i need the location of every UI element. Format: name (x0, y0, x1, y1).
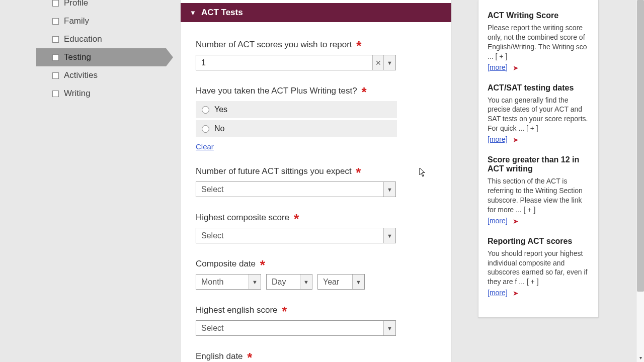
select-composite-year[interactable]: Year ▼ (317, 274, 365, 290)
checkbox-icon (52, 0, 59, 7)
field-label: Number of ACT scores you wish to report … (196, 35, 436, 51)
required-star-icon: * (294, 211, 299, 226)
select-num-act-scores[interactable]: 1 ✕ ▼ (196, 55, 396, 70)
chevron-down-icon[interactable]: ▼ (383, 321, 395, 335)
field-label: Highest composite score * (196, 208, 436, 224)
sidebar-item-label: Writing (64, 88, 91, 99)
select-value: Year (318, 278, 352, 287)
sidebar-item-profile[interactable]: Profile (36, 0, 166, 12)
main-form-panel: ▼ ACT Tests Number of ACT scores you wis… (180, 0, 452, 362)
chevron-down-icon[interactable]: ▼ (352, 275, 364, 289)
required-star-icon: * (361, 84, 366, 100)
sidebar-item-education[interactable]: Education (36, 30, 166, 48)
field-label: Composite date * (196, 254, 436, 270)
select-highest-english[interactable]: Select ▼ (196, 320, 396, 336)
select-future-sittings[interactable]: Select ▼ (196, 182, 396, 197)
field-highest-composite: Highest composite score * Select ▼ (196, 208, 436, 243)
section-title: ACT Tests (201, 8, 243, 18)
required-star-icon: * (247, 350, 252, 362)
help-item-title: Score greater than 12 in ACT writing (488, 155, 589, 173)
sidebar: Profile Family Education Testing Activit… (36, 0, 166, 103)
field-english-date: English date * Month ▼ Day ▼ Year ▼ (196, 347, 436, 362)
checkbox-icon (52, 36, 59, 43)
checkbox-icon (52, 54, 59, 61)
radio-label: No (214, 124, 224, 133)
sidebar-item-writing[interactable]: Writing (36, 84, 166, 103)
clear-x-icon[interactable]: ✕ (372, 55, 383, 70)
field-composite-date: Composite date * Month ▼ Day ▼ Year ▼ (196, 254, 436, 290)
help-item-title: ACT/SAT testing dates (488, 83, 589, 93)
help-item-body: You can generally find the precise dates… (488, 96, 589, 134)
arrow-right-icon: ➤ (513, 217, 519, 225)
field-label: Highest english score * (196, 301, 436, 316)
radio-option-yes[interactable]: Yes (196, 101, 397, 118)
help-item-title: ACT Writing Score (488, 11, 589, 20)
field-num-act-scores: Number of ACT scores you wish to report … (196, 35, 436, 70)
scrollbar-thumb[interactable] (637, 0, 644, 292)
radio-group-plus-writing: Yes No (196, 101, 436, 137)
help-item: ACT/SAT testing dates You can generally … (478, 76, 598, 149)
field-act-plus-writing: Have you taken the ACT Plus Writing test… (196, 81, 436, 151)
field-label: English date * (196, 347, 436, 362)
section-header-act-tests[interactable]: ▼ ACT Tests (181, 3, 451, 22)
select-value: Select (196, 324, 383, 333)
select-highest-composite[interactable]: Select ▼ (196, 228, 396, 243)
arrow-right-icon: ➤ (513, 64, 519, 72)
sidebar-item-label: Education (64, 34, 102, 44)
scroll-down-icon[interactable]: ▾ (636, 354, 644, 362)
clear-link[interactable]: Clear (196, 142, 214, 151)
checkbox-icon (52, 18, 59, 25)
help-item: Reporting ACT scores You should report y… (478, 230, 598, 302)
field-highest-english: Highest english score * Select ▼ (196, 301, 436, 336)
sidebar-item-family[interactable]: Family (36, 12, 166, 30)
sidebar-item-activities[interactable]: Activities (36, 66, 166, 84)
chevron-down-icon[interactable]: ▼ (383, 55, 395, 70)
checkbox-icon (52, 72, 59, 79)
select-value: Select (196, 185, 383, 194)
help-more-link[interactable]: [more] (488, 217, 508, 225)
help-panel: ACT Writing Score Please report the writ… (478, 0, 599, 318)
chevron-down-icon[interactable]: ▼ (249, 275, 261, 289)
field-label: Have you taken the ACT Plus Writing test… (196, 81, 436, 97)
main-scrollbar[interactable]: ▴ ▾ (636, 0, 644, 362)
required-star-icon: * (260, 257, 265, 273)
sidebar-item-testing[interactable]: Testing (36, 48, 166, 66)
help-item: Score greater than 12 in ACT writing Thi… (478, 148, 598, 230)
radio-icon (202, 106, 209, 114)
select-value: Month (196, 278, 249, 287)
select-composite-day[interactable]: Day ▼ (266, 274, 312, 290)
help-more-link[interactable]: [more] (488, 289, 508, 297)
help-item-body: You should report your highest individua… (488, 249, 589, 287)
checkbox-icon (52, 90, 59, 97)
sidebar-item-label: Testing (64, 52, 91, 62)
sidebar-item-label: Profile (64, 0, 88, 8)
radio-icon (202, 125, 209, 133)
chevron-down-icon[interactable]: ▼ (300, 275, 312, 289)
arrow-right-icon: ➤ (513, 289, 519, 297)
required-star-icon: * (356, 165, 361, 180)
caret-down-icon: ▼ (190, 9, 196, 17)
field-label: Number of future ACT sittings you expect… (196, 162, 436, 177)
required-star-icon: * (282, 304, 287, 319)
help-more-link[interactable]: [more] (488, 63, 508, 71)
sidebar-item-label: Activities (64, 70, 98, 80)
chevron-down-icon[interactable]: ▼ (383, 182, 395, 197)
arrow-right-icon: ➤ (513, 136, 519, 144)
help-item-title: Reporting ACT scores (488, 237, 589, 246)
field-future-sittings: Number of future ACT sittings you expect… (196, 162, 436, 197)
radio-label: Yes (214, 105, 227, 114)
help-item-body: Please report the writing score only, no… (488, 23, 589, 61)
select-value: 1 (196, 58, 372, 67)
section-body: Number of ACT scores you wish to report … (181, 22, 451, 362)
select-value: Select (196, 231, 383, 240)
radio-option-no[interactable]: No (196, 120, 397, 137)
chevron-down-icon[interactable]: ▼ (383, 228, 395, 243)
help-item-body: This section of the ACT is referring to … (488, 176, 589, 215)
sidebar-item-label: Family (64, 16, 89, 26)
help-more-link[interactable]: [more] (488, 135, 508, 143)
select-composite-month[interactable]: Month ▼ (196, 274, 261, 290)
select-value: Day (267, 278, 300, 287)
help-item: ACT Writing Score Please report the writ… (478, 4, 598, 76)
required-star-icon: * (356, 38, 361, 53)
